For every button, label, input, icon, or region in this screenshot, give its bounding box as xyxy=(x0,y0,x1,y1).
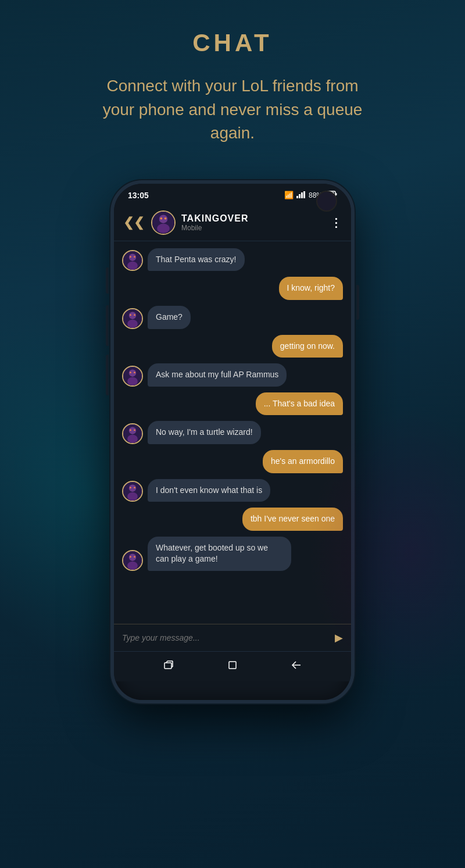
svg-point-19 xyxy=(127,319,138,327)
camera-notch xyxy=(316,191,337,212)
page-title: CHAT xyxy=(192,29,273,57)
message-text: I know, right? xyxy=(287,283,335,292)
message-bubble: I don't even know what that is xyxy=(148,479,270,502)
back-button[interactable]: ❮❮ xyxy=(123,215,144,230)
svg-rect-42 xyxy=(164,663,171,669)
svg-point-31 xyxy=(134,429,135,431)
svg-rect-1 xyxy=(299,194,301,198)
contact-name: TAKINGOVER xyxy=(181,213,330,224)
message-row: Ask me about my full AP Rammus xyxy=(122,363,343,387)
back-nav-icon[interactable] xyxy=(290,660,302,673)
message-text: Whatever, get booted up so we can play a… xyxy=(156,543,268,564)
svg-point-34 xyxy=(127,492,138,501)
champion-portrait xyxy=(123,424,142,443)
signal-icon xyxy=(296,191,306,199)
chat-header: ❮❮ TAKINGOVER Mobile ⋮ xyxy=(114,205,351,241)
svg-point-39 xyxy=(127,562,138,570)
svg-rect-47 xyxy=(229,662,236,669)
message-row: I know, right? xyxy=(122,277,343,300)
message-text: No way, I'm a turtle wizard! xyxy=(156,427,253,437)
message-row: getting on now. xyxy=(122,335,343,358)
contact-status: Mobile xyxy=(181,224,330,232)
header-info: TAKINGOVER Mobile xyxy=(181,213,330,232)
svg-point-26 xyxy=(134,372,135,373)
svg-rect-2 xyxy=(301,192,303,198)
svg-point-40 xyxy=(130,556,131,558)
message-bubble: No way, I'm a turtle wizard! xyxy=(148,421,261,444)
message-bubble: That Penta was crazy! xyxy=(148,248,245,272)
message-row: Game? xyxy=(122,306,343,329)
message-row: No way, I'm a turtle wizard! xyxy=(122,421,343,444)
message-avatar xyxy=(122,366,143,387)
message-bubble: I know, right? xyxy=(279,277,344,300)
champion-portrait xyxy=(123,551,142,570)
svg-point-21 xyxy=(134,314,135,316)
contact-avatar xyxy=(151,210,176,235)
message-text: he's an armordillo xyxy=(271,456,335,466)
message-row: Whatever, get booted up so we can play a… xyxy=(122,537,343,571)
message-avatar xyxy=(122,550,143,571)
message-avatar xyxy=(122,423,143,444)
message-row: I don't even know what that is xyxy=(122,479,343,502)
message-row: tbh I've never seen one xyxy=(122,508,343,531)
message-bubble: he's an armordillo xyxy=(263,450,343,473)
message-text: Ask me about my full AP Rammus xyxy=(156,370,278,379)
message-bubble: ... That's a bad idea xyxy=(256,392,343,416)
svg-point-15 xyxy=(130,256,131,258)
svg-point-16 xyxy=(134,256,135,258)
message-bubble: tbh I've never seen one xyxy=(242,508,343,531)
phone-mockup: 13:05 📶 88% xyxy=(110,180,355,703)
svg-point-14 xyxy=(127,262,138,270)
svg-point-36 xyxy=(134,487,135,489)
message-text: ... That's a bad idea xyxy=(264,399,335,408)
svg-point-41 xyxy=(134,556,135,558)
svg-point-24 xyxy=(127,377,138,385)
champion-portrait-header xyxy=(152,212,174,234)
power-button xyxy=(356,285,359,320)
champion-portrait xyxy=(123,309,142,328)
svg-point-10 xyxy=(160,217,163,220)
svg-rect-0 xyxy=(296,196,298,198)
message-text: tbh I've never seen one xyxy=(251,514,335,523)
recent-apps-icon[interactable] xyxy=(163,660,175,673)
champion-portrait xyxy=(123,367,142,385)
status-bar: 13:05 📶 88% xyxy=(114,184,351,205)
chat-input-area: ▶ xyxy=(114,624,351,651)
message-bubble: Game? xyxy=(148,306,191,329)
send-button[interactable]: ▶ xyxy=(335,631,343,644)
message-row: he's an armordillo xyxy=(122,450,343,473)
svg-point-35 xyxy=(130,487,131,489)
message-text: Game? xyxy=(156,312,183,322)
message-text: I don't even know what that is xyxy=(156,485,262,495)
volume-down-button xyxy=(106,355,109,395)
message-bubble: Whatever, get booted up so we can play a… xyxy=(148,537,291,571)
phone-frame: 13:05 📶 88% xyxy=(110,180,355,703)
more-options-button[interactable]: ⋮ xyxy=(330,216,342,230)
volume-silent-button xyxy=(106,267,109,294)
svg-point-30 xyxy=(130,429,131,431)
message-bubble: Ask me about my full AP Rammus xyxy=(148,363,287,387)
message-input[interactable] xyxy=(122,633,335,642)
phone-navbar xyxy=(114,651,351,681)
message-text: That Penta was crazy! xyxy=(156,255,237,264)
page-subtitle: Connect with your LoL friends from your … xyxy=(81,74,384,145)
message-row: ... That's a bad idea xyxy=(122,392,343,416)
message-avatar xyxy=(122,481,143,502)
svg-point-25 xyxy=(130,372,131,373)
svg-rect-3 xyxy=(303,191,305,198)
svg-point-9 xyxy=(157,224,170,233)
volume-up-button xyxy=(106,305,109,346)
chat-messages: That Penta was crazy! I know, right? xyxy=(114,241,351,624)
champion-portrait xyxy=(123,482,142,501)
champion-portrait xyxy=(123,251,142,270)
status-time: 13:05 xyxy=(128,191,149,200)
message-row: That Penta was crazy! xyxy=(122,248,343,272)
message-text: getting on now. xyxy=(280,341,335,351)
svg-point-29 xyxy=(127,435,138,443)
svg-rect-5 xyxy=(336,193,337,195)
svg-point-11 xyxy=(164,217,167,220)
home-icon[interactable] xyxy=(227,660,238,673)
message-bubble: getting on now. xyxy=(272,335,343,358)
wifi-icon: 📶 xyxy=(284,191,294,199)
message-avatar xyxy=(122,308,143,329)
